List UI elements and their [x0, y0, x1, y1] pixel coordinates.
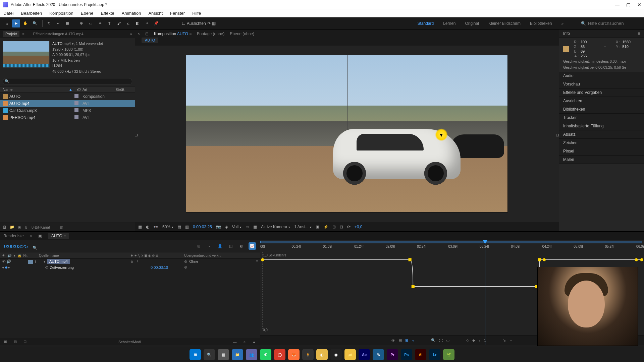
snap-grid-icon[interactable]: ▦ — [212, 21, 216, 26]
panel-inhalt[interactable]: Inhaltsbasierte Füllung — [559, 122, 644, 130]
timeline-property-zeitverzerrung[interactable]: ◂◆▸ ⏱Zeitverzerrung 0:00:03:10 ⊚ — [0, 264, 260, 270]
taskbar-search-icon[interactable]: 🔍 — [204, 349, 215, 360]
panel-audio[interactable]: Audio — [559, 72, 644, 80]
header-art[interactable]: Art — [83, 87, 116, 92]
separate-icon[interactable]: ◇ — [466, 338, 469, 343]
selection-tool-icon[interactable]: ▶ — [12, 19, 20, 27]
parent-dropdown[interactable]: Ohne — [189, 259, 198, 263]
pixel-aspect-icon[interactable]: ▣ — [316, 225, 319, 229]
zoom-in-icon[interactable]: ▲ — [252, 340, 256, 344]
sort-indicator-icon[interactable]: ▲ — [69, 87, 72, 92]
panel-absatz[interactable]: Absatz — [559, 130, 644, 139]
fit-selection-icon[interactable]: ⛶ — [439, 339, 443, 343]
add-keyframe-icon[interactable]: ◆ — [5, 265, 7, 269]
project-search-input[interactable] — [3, 78, 132, 85]
col-parent[interactable]: Übergeordnet und verkn. — [184, 254, 258, 257]
draft3d-icon[interactable]: ⌁ — [206, 242, 213, 250]
asset-thumbnail[interactable] — [3, 41, 50, 68]
timeline-button-icon[interactable]: ⊞ — [332, 225, 336, 229]
expression-pickwhip-icon[interactable]: ⊚ — [184, 265, 187, 269]
shy-icon[interactable]: 👤 — [216, 242, 224, 250]
viewer-canvas[interactable] — [186, 55, 508, 213]
panel-pinsel[interactable]: Pinsel — [559, 147, 644, 156]
property-value[interactable]: 0:00:03:10 — [151, 265, 168, 269]
panel-info-header[interactable]: Info≡ — [559, 29, 644, 38]
viewer-left-handle[interactable] — [135, 134, 138, 136]
easy-ease-icon[interactable]: ↔ — [509, 339, 513, 343]
new-folder-icon[interactable]: 📁 — [10, 225, 14, 229]
menu-effekte[interactable]: Effekte — [101, 11, 114, 16]
pen-tool-icon[interactable]: ✒ — [96, 19, 104, 27]
app-green-icon[interactable]: 🌱 — [443, 349, 454, 360]
show-snapshot-icon[interactable]: ◈ — [225, 225, 228, 229]
project-row[interactable]: PERSON.mp4 AVI — [0, 114, 135, 121]
tab-projekt-menu-icon[interactable]: ≡ — [22, 32, 24, 36]
start-button[interactable]: ⊞ — [190, 349, 201, 360]
views-dropdown[interactable]: 1 Ansi...▾ — [294, 225, 312, 229]
workspace-original[interactable]: Original — [465, 21, 479, 26]
project-row[interactable]: AUTO.mp4 AVI — [0, 100, 135, 107]
work-area-bar[interactable] — [260, 241, 642, 243]
tab-effekteinstellungen[interactable]: Effekteinstellungen AUTO.mp4 — [31, 31, 86, 37]
label-swatch[interactable] — [74, 94, 78, 98]
panel-tracker[interactable]: Tracker — [559, 114, 644, 122]
reset-exposure-icon[interactable]: ⟳ — [347, 225, 351, 229]
graph-editor-icon[interactable]: 📈 — [249, 242, 256, 250]
menu-bearbeiten[interactable]: Bearbeiten — [21, 11, 42, 16]
comp-mini-icon[interactable]: ▣ — [38, 234, 42, 238]
toggle-switches-icon[interactable]: ⊞ — [4, 340, 7, 344]
help-search-input[interactable] — [588, 21, 635, 26]
zoom-tool-icon[interactable]: 🔍 — [31, 19, 39, 27]
roi-icon[interactable]: ▭ — [246, 225, 249, 229]
interpret-footage-icon[interactable]: 🖾 — [3, 225, 6, 229]
timeline-ruler[interactable]: 00f00:24f01:09f01:24f02:09f02:24f03:09f0… — [260, 240, 644, 252]
camera-dropdown[interactable]: Aktive Kamera▾ — [261, 225, 290, 229]
speaker-icon[interactable]: 🔊 — [6, 259, 11, 264]
firefox-icon[interactable]: 🦊 — [288, 349, 300, 360]
lightroom-icon[interactable]: Lr — [429, 349, 440, 360]
tab-renderliste[interactable]: Renderliste — [3, 234, 24, 238]
menu-animation[interactable]: Animation — [122, 11, 141, 16]
teams-icon[interactable]: 👥 — [246, 349, 257, 360]
timeline-search[interactable]: 🔍 — [32, 245, 153, 247]
fit-all-icon[interactable]: ▭ — [446, 338, 449, 343]
guides-icon[interactable]: ▥ — [185, 225, 189, 229]
eraser-tool-icon[interactable]: ◧ — [133, 19, 142, 27]
fit-graph-icon[interactable]: 🔍 — [431, 338, 436, 343]
snap-checkbox[interactable]: ☐ — [182, 21, 185, 26]
viewer-right-handle[interactable] — [556, 134, 559, 136]
whatsapp-icon[interactable]: ✆ — [260, 349, 271, 360]
panel-bibliotheken[interactable]: Bibliotheken — [559, 105, 644, 114]
tab-projekt[interactable]: Projekt — [3, 31, 19, 37]
roto-tool-icon[interactable]: ✧ — [143, 19, 151, 27]
grid-icon[interactable]: ▤ — [177, 225, 181, 229]
premiere-icon[interactable]: Pr — [387, 349, 398, 360]
playhead[interactable] — [485, 240, 485, 345]
rect-tool-icon[interactable]: ▭ — [87, 19, 95, 27]
motion-blur-icon[interactable]: ◐ — [238, 242, 245, 250]
trash-icon[interactable]: 🗑 — [60, 225, 63, 229]
eye-graph-icon[interactable]: 👁 — [391, 339, 395, 343]
alpha-icon[interactable]: ▦ — [138, 225, 142, 229]
label-swatch[interactable] — [74, 115, 78, 119]
orbit-tool-icon[interactable]: ⟲ — [45, 19, 53, 27]
layer-name[interactable]: AUTO.mp4 — [47, 259, 70, 264]
bit-depth[interactable]: 8-Bit-Kanal — [32, 225, 50, 229]
home-icon[interactable]: ⌂ — [3, 19, 11, 27]
composition-viewer[interactable] — [135, 46, 559, 222]
comp-mini-flowchart-icon[interactable]: ⊞ — [195, 242, 202, 250]
mask-icon[interactable]: 👓 — [153, 225, 158, 229]
app-red-icon[interactable]: ◯ — [274, 349, 285, 360]
stopwatch-icon[interactable]: ⏱ — [45, 265, 49, 269]
header-tag-icon[interactable]: 🏷 — [74, 87, 83, 92]
folder-icon[interactable]: 📁 — [344, 349, 356, 360]
illustrator-icon[interactable]: Ai — [415, 349, 426, 360]
rotate-tool-icon[interactable]: ⤾ — [54, 19, 62, 27]
next-keyframe-icon[interactable]: ▸ — [8, 265, 10, 269]
property-name[interactable]: Zeitverzerrung — [50, 265, 74, 269]
auto-zoom-icon[interactable]: ∩ — [412, 339, 414, 343]
hand-tool-icon[interactable]: ✋ — [21, 19, 30, 27]
easy-ease-in-icon[interactable]: ↘ — [503, 338, 506, 343]
menu-fenster[interactable]: Fenster — [170, 11, 185, 16]
app-edit-icon[interactable]: ✎ — [373, 349, 384, 360]
